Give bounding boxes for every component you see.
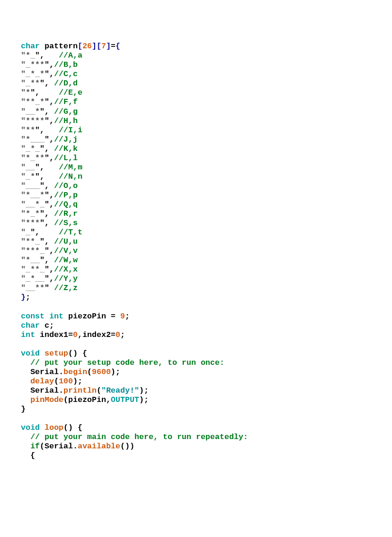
code-block: char pattern[26][7]={"* ", //A,a" ***",/… [0, 37, 392, 460]
